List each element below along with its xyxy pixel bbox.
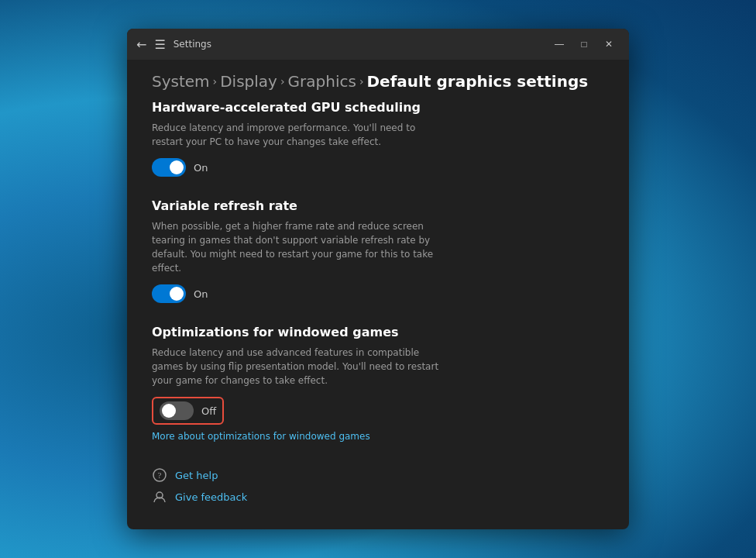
breadcrumb-current: Default graphics settings (366, 72, 588, 91)
get-help-item[interactable]: ? Get help (152, 467, 604, 483)
breadcrumb-display[interactable]: Display (220, 72, 277, 91)
breadcrumb-sep-2: › (280, 75, 285, 88)
get-help-icon: ? (152, 467, 167, 483)
gpu-scheduling-description: Reduce latency and improve performance. … (152, 121, 446, 149)
content-area: System › Display › Graphics › Default gr… (127, 60, 629, 529)
give-feedback-label: Give feedback (175, 491, 247, 503)
hamburger-icon[interactable]: ☰ (154, 37, 165, 52)
windowed-games-toggle-thumb (162, 404, 176, 418)
breadcrumb-system[interactable]: System (152, 72, 210, 91)
back-icon[interactable]: ← (136, 37, 146, 52)
maximize-button[interactable]: □ (573, 33, 595, 55)
gpu-scheduling-toggle[interactable] (152, 158, 186, 177)
windowed-games-section: Optimizations for windowed games Reduce … (152, 325, 604, 443)
breadcrumb-sep-1: › (213, 75, 218, 88)
title-bar: ← ☰ Settings — □ ✕ (127, 29, 629, 60)
gpu-scheduling-title: Hardware-accelerated GPU scheduling (152, 100, 604, 115)
breadcrumb-graphics[interactable]: Graphics (288, 72, 356, 91)
gpu-scheduling-section: Hardware-accelerated GPU scheduling Redu… (152, 100, 604, 177)
variable-refresh-toggle-thumb (170, 287, 184, 301)
window-title: Settings (174, 39, 211, 50)
windowed-games-toggle-label: Off (201, 405, 216, 417)
settings-window: ← ☰ Settings — □ ✕ System › Display › Gr… (127, 29, 629, 529)
window-controls: — □ ✕ (548, 33, 620, 55)
windowed-games-toggle-highlighted: Off (152, 397, 224, 425)
gpu-scheduling-toggle-thumb (170, 160, 184, 174)
give-feedback-item[interactable]: Give feedback (152, 489, 604, 505)
windowed-games-toggle-row: Off (152, 397, 604, 425)
variable-refresh-description: When possible, get a higher frame rate a… (152, 219, 446, 275)
windowed-games-link[interactable]: More about optimizations for windowed ga… (152, 431, 370, 442)
minimize-button[interactable]: — (548, 33, 570, 55)
variable-refresh-toggle[interactable] (152, 284, 186, 303)
windowed-games-title: Optimizations for windowed games (152, 325, 604, 339)
gpu-scheduling-toggle-row: On (152, 158, 604, 177)
close-button[interactable]: ✕ (598, 33, 620, 55)
variable-refresh-title: Variable refresh rate (152, 198, 604, 213)
footer-links: ? Get help Give feedback (152, 467, 604, 505)
svg-text:?: ? (158, 470, 162, 480)
variable-refresh-toggle-row: On (152, 284, 604, 303)
windowed-games-toggle[interactable] (160, 401, 194, 420)
variable-refresh-section: Variable refresh rate When possible, get… (152, 198, 604, 303)
give-feedback-icon (152, 489, 167, 505)
windowed-games-description: Reduce latency and use advanced features… (152, 346, 446, 388)
gpu-scheduling-toggle-label: On (194, 162, 208, 174)
breadcrumb: System › Display › Graphics › Default gr… (152, 72, 604, 91)
get-help-label: Get help (175, 470, 218, 481)
title-bar-left: ← ☰ Settings (136, 37, 211, 52)
variable-refresh-toggle-label: On (194, 288, 208, 300)
breadcrumb-sep-3: › (359, 75, 364, 88)
